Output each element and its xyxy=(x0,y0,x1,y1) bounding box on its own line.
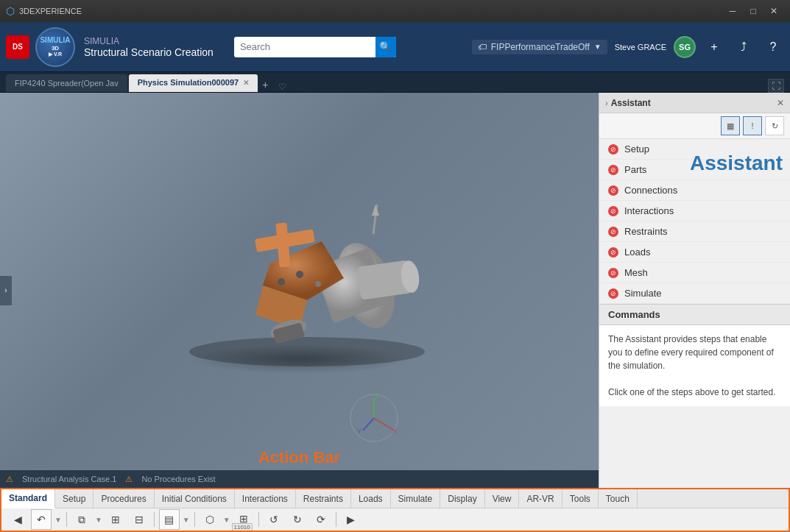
action-tab-arvr[interactable]: AR-VR xyxy=(519,489,562,508)
commands-text: The Assistant provides steps that enable… xyxy=(599,325,790,406)
commands-header: Commands xyxy=(599,305,790,325)
minimize-button[interactable]: ─ xyxy=(722,1,743,21)
ds-logo[interactable]: DS xyxy=(6,35,29,59)
section-connections[interactable]: ⊘ Connections xyxy=(599,180,790,201)
action-tab-loads[interactable]: Loads xyxy=(351,489,391,508)
section-simulate[interactable]: ⊘ Simulate xyxy=(599,283,790,304)
action-tab-tools[interactable]: Tools xyxy=(562,489,599,508)
platform-selector[interactable]: 🏷 FIPPerformanceTradeOff ▼ xyxy=(472,40,607,54)
section-mesh[interactable]: ⊘ Mesh xyxy=(599,263,790,283)
stack-icon: ⬡ xyxy=(205,514,214,525)
section-setup[interactable]: ⊘ Setup xyxy=(599,139,790,160)
tab-bar-right: ⛶ xyxy=(768,79,784,92)
action-left-nav[interactable]: ◀ xyxy=(7,509,28,530)
action-add-component[interactable]: ⊟ xyxy=(129,509,149,530)
3d-viewport[interactable]: › xyxy=(0,93,599,488)
action-rotate-left[interactable]: ↺ xyxy=(264,509,284,530)
panel-title: Assistant xyxy=(611,98,774,108)
section-connections-label: Connections xyxy=(624,185,677,196)
no-icon-setup: ⊘ xyxy=(608,144,618,155)
warning-icon: ! xyxy=(751,121,753,130)
action-tab-display[interactable]: Display xyxy=(440,489,484,508)
close-button[interactable]: ✕ xyxy=(763,1,784,21)
no-icon-simulate: ⊘ xyxy=(608,288,618,299)
tab-close-icon[interactable]: ✕ xyxy=(243,79,249,87)
warning-icon-2: ⚠ xyxy=(125,475,133,484)
collapse-chevron-icon: › xyxy=(4,286,7,294)
left-panel-collapse[interactable]: › xyxy=(0,276,12,305)
no-icon-connections: ⊘ xyxy=(608,185,618,196)
action-tab-initial-conditions[interactable]: Initial Conditions xyxy=(155,489,235,508)
action-icons-row: ◀ ↶ ▼ ⧉ ▼ ⊞ ⊟ ▤ ▼ ⬡ ▼ ⊞ 11010 ↺ ↻ ⟳ ▶ xyxy=(1,508,789,531)
favorite-icon[interactable]: ♡ xyxy=(278,82,286,92)
panel-warning-button[interactable]: ! xyxy=(743,116,762,135)
panel-icons-bar: ▦ ! ↻ xyxy=(599,113,790,139)
app-logo-icon: ⬡ xyxy=(6,5,15,17)
action-tab-view[interactable]: View xyxy=(485,489,520,508)
action-tab-touch-label: Touch xyxy=(606,494,629,504)
action-undo-arrow-icon: ▼ xyxy=(54,516,62,524)
search-icon: 🔍 xyxy=(379,41,392,52)
share-button[interactable]: ⤴ xyxy=(733,36,755,58)
maximize-button[interactable]: □ xyxy=(743,1,763,21)
action-bar: Standard Setup Procedures Initial Condit… xyxy=(0,488,790,532)
panel-scroll-area[interactable]: ⊘ Setup ⊘ Parts ⊘ Connections ⊘ Interact… xyxy=(599,139,790,488)
panel-close-button[interactable]: ✕ xyxy=(777,98,784,108)
action-stack[interactable]: ⬡ xyxy=(200,509,220,530)
action-tab-restraints[interactable]: Restraints xyxy=(296,489,351,508)
model-shadow xyxy=(189,344,410,374)
section-setup-label: Setup xyxy=(624,143,649,155)
divider-3 xyxy=(194,512,195,527)
action-tab-standard[interactable]: Standard xyxy=(1,489,55,508)
action-rotate-right[interactable]: ↻ xyxy=(287,509,308,530)
section-interactions[interactable]: ⊘ Interactions xyxy=(599,201,790,221)
add-button[interactable]: + xyxy=(703,36,725,58)
action-add-part[interactable]: ⊞ xyxy=(105,509,126,530)
tab-add-button[interactable]: + xyxy=(258,77,272,92)
search-box[interactable]: 🔍 xyxy=(234,37,396,57)
no-icon-restraints: ⊘ xyxy=(608,227,618,237)
help-button[interactable]: ? xyxy=(762,36,784,58)
action-tab-procedures[interactable]: Procedures xyxy=(94,489,154,508)
section-parts[interactable]: ⊘ Parts xyxy=(599,160,790,180)
no-icon-loads: ⊘ xyxy=(608,247,618,258)
compass-button[interactable]: SIMULIA 3D ▶ V.R xyxy=(35,27,75,67)
tab-physics-simulation[interactable]: Physics Simulation000097 ✕ xyxy=(129,74,258,92)
panel-collapse-button[interactable]: › xyxy=(605,99,608,107)
action-play[interactable]: ▶ xyxy=(341,509,362,530)
action-tab-interactions[interactable]: Interactions xyxy=(235,489,296,508)
search-button[interactable]: 🔍 xyxy=(375,37,396,57)
action-tab-setup[interactable]: Setup xyxy=(55,489,94,508)
action-rotate-3d[interactable]: ⟳ xyxy=(311,509,331,530)
section-mesh-label: Mesh xyxy=(624,267,648,278)
action-tab-initial-conditions-label: Initial Conditions xyxy=(162,494,227,504)
panel-grid-button[interactable]: ▦ xyxy=(721,116,740,135)
avatar[interactable]: SG xyxy=(674,36,696,58)
action-copy[interactable]: ⧉ xyxy=(71,509,92,530)
svg-text:Y: Y xyxy=(357,428,362,435)
action-undo[interactable]: ↶ xyxy=(31,509,52,530)
panel-header: › Assistant ✕ xyxy=(599,93,790,113)
procedures-label: No Procedures Exist xyxy=(141,475,215,483)
section-loads[interactable]: ⊘ Loads xyxy=(599,242,790,263)
tab-fip4240[interactable]: FIP4240 Spreader(Open Jav xyxy=(6,74,127,92)
no-icon-interactions: ⊘ xyxy=(608,206,618,216)
section-restraints[interactable]: ⊘ Restraints xyxy=(599,221,790,242)
svg-marker-15 xyxy=(372,205,379,216)
action-tab-touch[interactable]: Touch xyxy=(599,489,638,508)
filter-arrow-icon: ▼ xyxy=(183,516,190,524)
status-bar: ⚠ Structural Analysis Case.1 ⚠ No Proced… xyxy=(0,470,599,488)
action-filter[interactable]: ▤ xyxy=(159,509,180,530)
platform-name: FIPPerformanceTradeOff xyxy=(491,42,590,52)
panel-refresh-button[interactable]: ↻ xyxy=(765,116,784,135)
fullscreen-button[interactable]: ⛶ xyxy=(768,79,784,93)
action-tab-loads-label: Loads xyxy=(359,494,383,504)
action-bar-tabs: Standard Setup Procedures Initial Condit… xyxy=(1,489,789,508)
count-badge: 11010 xyxy=(232,523,253,531)
title-bar: ⬡ 3DEXPERIENCE ─ □ ✕ xyxy=(0,0,790,22)
action-tab-arvr-label: AR-VR xyxy=(526,494,554,504)
search-input[interactable] xyxy=(234,41,375,52)
window-controls: ─ □ ✕ xyxy=(722,1,784,21)
action-tab-simulate[interactable]: Simulate xyxy=(391,489,441,508)
copy-arrow-icon: ▼ xyxy=(95,516,102,524)
